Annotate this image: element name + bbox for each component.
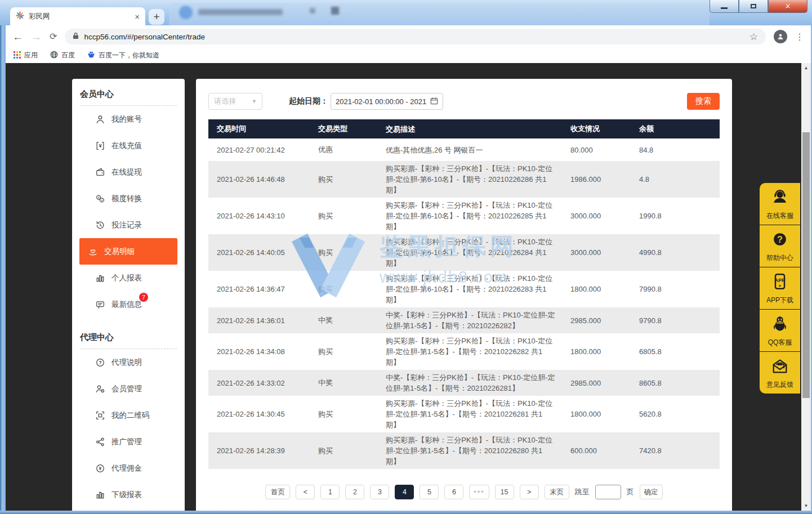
profile-avatar[interactable] (774, 30, 787, 43)
cell-desc: 购买彩票-【彩种：三分PK拾】-【玩法：PK10-定位胆-定位胆-第6-10名】… (380, 273, 566, 305)
tab-title: 彩民网 (29, 12, 130, 21)
browser-tab[interactable]: 彩民网 × (10, 7, 145, 25)
cell-time: 2021-02-26 14:34:08 (208, 347, 313, 356)
cell-time: 2021-02-26 14:33:02 (208, 379, 313, 387)
cell-amount: 1800.000 (566, 410, 635, 418)
svg-text:¥: ¥ (97, 195, 100, 199)
service-icon (770, 187, 789, 209)
browser-window: 彩民网 × + ✕ ← → ⟳ hccp56.com/#/personalCen… (0, 0, 812, 514)
refresh-icon[interactable]: ⟳ (50, 32, 57, 41)
sidebar-item-agent-intro[interactable]: ? 代理说明 (79, 349, 177, 376)
sidebar-item-my-qrcode[interactable]: 我的二维码 (79, 402, 177, 428)
cell-desc: 购买彩票-【彩种：三分PK拾】-【玩法：PK10-定位胆-定位胆-第1-5名】-… (380, 435, 566, 467)
jump-page-input[interactable] (595, 485, 621, 499)
bookmark-star-icon[interactable]: ☆ (749, 31, 758, 43)
sidebar-item-my-account[interactable]: 我的账号 (79, 106, 177, 132)
page-number-button[interactable]: 4 (395, 485, 414, 499)
page-number-button[interactable]: 1 (320, 485, 340, 499)
cell-desc: 购买彩票-【彩种：三分PK拾】-【玩法：PK10-定位胆-定位胆-第6-10名】… (380, 236, 566, 269)
sidebar-item-quota-transfer[interactable]: ¥¥ 额度转换 (79, 185, 177, 212)
url-bar[interactable]: hccp56.com/#/personalCenter/trade ☆ (65, 29, 766, 44)
qrcode-icon (95, 410, 105, 421)
more-pages-button[interactable]: ••• (469, 485, 489, 499)
page-scrollbar[interactable]: ▲ ▼ (801, 63, 811, 511)
sidebar-item-trade-details[interactable]: 交易明细 (79, 238, 177, 265)
bookmark-item[interactable]: 百度 (50, 51, 75, 60)
select-placeholder: 请选择 (214, 96, 236, 106)
type-select[interactable]: 请选择 ▼ (208, 93, 262, 110)
sidebar-item-sub-report[interactable]: 下级报表 (79, 481, 177, 508)
scrollbar-thumb[interactable] (802, 132, 810, 398)
sidebar-item-online-withdraw[interactable]: 在线提现 (79, 159, 177, 185)
cell-type: 购买 (313, 446, 380, 456)
cell-time: 2021-02-26 14:30:45 (208, 410, 313, 418)
col-header-amount: 收支情况 (566, 124, 635, 134)
svg-text:APP: APP (775, 278, 785, 283)
float-menu-item-feedback[interactable]: 意见反馈 (760, 352, 800, 394)
maximize-icon (751, 4, 756, 8)
url-text: hccp56.com/#/personalCenter/trade (84, 33, 744, 41)
cell-desc: 购买彩票-【彩种：三分PK拾】-【玩法：PK10-定位胆-定位胆-第1-5名】-… (380, 336, 566, 368)
scroll-up-icon[interactable]: ▲ (801, 63, 811, 73)
sidebar-item-personal-report[interactable]: 个人报表 (79, 265, 177, 291)
cell-time: 2021-02-27 00:21:42 (208, 146, 313, 154)
cell-balance: 4990.8 (635, 248, 720, 257)
col-header-type: 交易类型 (313, 124, 380, 134)
cell-desc: 购买彩票-【彩种：三分PK拾】-【玩法：PK10-定位胆-定位胆-第6-10名】… (380, 200, 566, 232)
prev-page-button[interactable]: < (296, 485, 315, 499)
sidebar-item-bet-records[interactable]: 投注记录 (79, 212, 177, 238)
bookmarks-bar: 应用 百度 百度一下，你就知道 (6, 48, 811, 63)
cell-time: 2021-02-26 14:40:05 (208, 248, 313, 257)
tab-close-icon[interactable]: × (135, 12, 140, 21)
float-menu-item-online-service[interactable]: 在线客服 (760, 183, 800, 225)
first-page-button[interactable]: 首页 (265, 485, 290, 499)
sidebar-item-promotion-manage[interactable]: 推广管理 (79, 428, 177, 455)
new-tab-button[interactable]: + (149, 9, 164, 25)
sidebar-item-member-manage[interactable]: 会员管理 (79, 376, 177, 402)
floating-service-menu: 在线客服 ? 帮助中心 APP APP下载 QQ客服 意见反馈 (760, 183, 800, 394)
page-number-button[interactable]: 2 (345, 485, 364, 499)
sidebar-item-online-recharge[interactable]: ¥ 在线充值 (79, 132, 177, 159)
window-border (0, 511, 812, 514)
page-number-button[interactable]: 5 (420, 485, 439, 499)
cell-type: 购买 (313, 248, 380, 258)
float-menu-item-qq-service[interactable]: QQ客服 (760, 310, 800, 351)
back-icon[interactable]: ← (12, 32, 23, 42)
share-icon (95, 437, 105, 447)
scroll-down-icon[interactable]: ▼ (801, 501, 811, 511)
forward-icon[interactable]: → (31, 32, 42, 42)
last-page-number-button[interactable]: 15 (495, 485, 514, 499)
commission-icon: ¥ (95, 463, 105, 473)
minimize-button[interactable] (710, 0, 739, 13)
maximize-button[interactable] (739, 0, 768, 13)
bookmark-item[interactable]: 应用 (14, 51, 38, 60)
sidebar-item-agent-commission[interactable]: ¥ 代理佣金 (79, 455, 177, 481)
sidebar-item-latest-news[interactable]: 最新信息 7 (79, 291, 177, 318)
calendar-icon (430, 97, 438, 106)
background-window-tab-title (198, 9, 283, 15)
cell-amount: 1800.000 (566, 347, 635, 356)
page-number-button[interactable]: 3 (370, 485, 389, 499)
date-range-input[interactable]: 2021-02-01 00:00:00 - 2021 (331, 93, 443, 110)
svg-text:¥: ¥ (99, 466, 102, 471)
float-menu-item-help-center[interactable]: ? 帮助中心 (760, 225, 800, 267)
page-number-button[interactable]: 6 (444, 485, 463, 499)
confirm-jump-button[interactable]: 确定 (640, 485, 663, 499)
browser-menu-icon[interactable]: ⋮ (795, 32, 804, 42)
col-header-desc: 交易描述 (380, 124, 566, 135)
bookmark-item[interactable]: 百度一下，你就知道 (87, 51, 159, 60)
cell-balance: 1990.8 (635, 212, 720, 220)
float-menu-item-app-download[interactable]: APP APP下载 (760, 267, 800, 309)
cell-amount: 2985.000 (566, 379, 635, 387)
help-circle-icon: ? (770, 230, 789, 251)
background-window-newtab (331, 7, 339, 15)
cell-type: 中奖 (313, 378, 380, 388)
search-button[interactable]: 搜索 (687, 93, 720, 110)
close-button[interactable]: ✕ (768, 0, 807, 13)
table-row: 2021-02-26 14:36:47 购买 购买彩票-【彩种：三分PK拾】-【… (208, 271, 720, 307)
next-page-button[interactable]: > (520, 485, 539, 499)
svg-text:¥: ¥ (101, 198, 103, 202)
webpage: 会员中心 我的账号 ¥ 在线充值 在线提现 ¥¥ 额度转换 投注记录 交易明细 … (6, 63, 811, 511)
last-page-button[interactable]: 末页 (545, 485, 569, 499)
col-header-balance: 余额 (635, 124, 720, 134)
